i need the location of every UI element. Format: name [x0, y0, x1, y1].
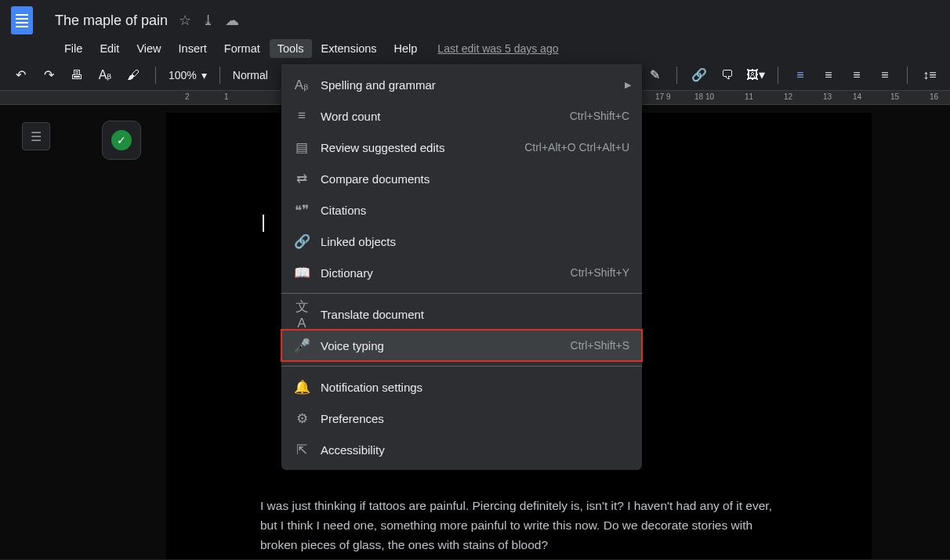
divider	[676, 67, 677, 84]
menu-item-label: Compare documents	[321, 172, 430, 186]
translate-document-icon: 文A	[294, 298, 310, 331]
align-center-icon[interactable]: ≡	[819, 66, 838, 85]
text-cursor	[263, 215, 264, 232]
spelling-and-grammar-icon: Aᵦ	[294, 77, 310, 93]
menu-item-label: Review suggested edits	[321, 141, 444, 154]
ruler-tick: 14	[853, 92, 861, 101]
outline-button[interactable]: ☰	[22, 122, 50, 150]
linked-objects-icon: 🔗	[294, 233, 310, 250]
menu-shortcut: Ctrl+Shift+Y	[571, 266, 629, 279]
ruler-tick: 12	[784, 92, 792, 101]
menu-format[interactable]: Format	[216, 39, 268, 58]
style-select[interactable]: Normal	[233, 69, 268, 81]
align-justify-icon[interactable]: ≡	[876, 66, 894, 85]
preferences-icon: ⚙	[294, 410, 310, 427]
paint-format-button[interactable]: 🖌	[124, 66, 143, 85]
tools-dropdown: AᵦSpelling and grammar▶≡Word countCtrl+S…	[281, 64, 642, 470]
ruler-tick: 16	[930, 92, 938, 101]
ruler-tick: 17	[655, 92, 664, 101]
star-icon[interactable]: ☆	[179, 12, 191, 29]
align-left-icon[interactable]: ≡	[791, 66, 810, 85]
ruler-tick: 18	[694, 92, 703, 101]
compare-documents-icon: ⇄	[294, 171, 310, 187]
menu-item-label: Preferences	[321, 412, 384, 425]
menu-shortcut: Ctrl+Shift+C	[570, 110, 629, 122]
spellcheck-button[interactable]: Aᵦ	[96, 66, 114, 85]
divider	[907, 67, 908, 84]
citations-icon: ❝❞	[294, 202, 310, 219]
docs-logo[interactable]	[6, 5, 38, 36]
divider	[155, 67, 156, 84]
comment-icon[interactable]: 🗨	[718, 66, 737, 85]
highlight-icon[interactable]: ✎	[645, 66, 664, 85]
menu-item-compare-documents[interactable]: ⇄Compare documents	[281, 163, 642, 194]
menu-extensions[interactable]: Extensions	[314, 39, 385, 58]
voice-typing-icon: 🎤	[294, 338, 310, 354]
notification-settings-icon: 🔔	[294, 379, 310, 396]
menu-item-preferences[interactable]: ⚙Preferences	[281, 403, 642, 434]
word-count-icon: ≡	[294, 108, 310, 124]
ruler-tick: 9	[666, 92, 671, 101]
menu-help[interactable]: Help	[386, 39, 426, 58]
menu-item-notification-settings[interactable]: 🔔Notification settings	[281, 371, 642, 403]
menubar: FileEditViewInsertFormatToolsExtensionsH…	[0, 38, 950, 60]
menu-edit[interactable]: Edit	[92, 39, 127, 58]
menu-item-label: Notification settings	[321, 381, 422, 394]
ruler-tick: 1	[224, 92, 229, 101]
menu-item-accessibility[interactable]: ⇱Accessibility	[281, 434, 642, 465]
menu-item-word-count[interactable]: ≡Word countCtrl+Shift+C	[281, 100, 642, 132]
redo-button[interactable]: ↷	[39, 66, 58, 85]
line-spacing-icon[interactable]: ↕≡	[920, 66, 939, 85]
ruler-tick: 2	[185, 92, 190, 101]
menu-separator	[281, 293, 642, 294]
image-icon[interactable]: 🖼▾	[746, 66, 765, 85]
menu-item-citations[interactable]: ❝❞Citations	[281, 194, 642, 226]
title-bar: The maple of pain ☆ ⤓ ☁	[0, 0, 950, 36]
link-icon[interactable]: 🔗	[690, 66, 709, 85]
menu-item-voice-typing[interactable]: 🎤Voice typingCtrl+Shift+S	[281, 330, 642, 361]
divider	[778, 67, 778, 84]
menu-item-dictionary[interactable]: 📖DictionaryCtrl+Shift+Y	[281, 257, 642, 288]
chevron-down-icon: ▾	[201, 69, 207, 81]
check-badge[interactable]: ✓	[102, 121, 141, 160]
menu-item-label: Spelling and grammar	[321, 78, 436, 92]
last-edit-link[interactable]: Last edit was 5 days ago	[437, 42, 558, 55]
align-right-icon[interactable]: ≡	[847, 66, 866, 85]
ruler-tick: 11	[745, 92, 753, 101]
accessibility-icon: ⇱	[294, 442, 310, 458]
move-icon[interactable]: ⤓	[202, 12, 214, 29]
chevron-right-icon: ▶	[625, 80, 631, 90]
undo-button[interactable]: ↶	[11, 66, 30, 85]
menu-item-label: Accessibility	[321, 443, 385, 457]
body-text[interactable]: I was just thinking if tattoos are painf…	[260, 497, 778, 555]
ruler-tick: 13	[823, 92, 832, 101]
menu-item-label: Dictionary	[321, 266, 373, 280]
menu-item-label: Citations	[321, 204, 366, 217]
menu-shortcut: Ctrl+Shift+S	[571, 339, 629, 352]
menu-item-linked-objects[interactable]: 🔗Linked objects	[281, 226, 642, 257]
menu-view[interactable]: View	[129, 39, 169, 58]
doc-title[interactable]: The maple of pain	[50, 11, 172, 31]
ruler-tick: 15	[890, 92, 899, 101]
menu-item-spelling-and-grammar[interactable]: AᵦSpelling and grammar▶	[281, 69, 642, 100]
menu-file[interactable]: File	[56, 39, 90, 58]
dictionary-icon: 📖	[294, 265, 310, 281]
print-button[interactable]: 🖶	[67, 66, 86, 85]
zoom-select[interactable]: 100% ▾	[169, 69, 207, 81]
menu-item-label: Voice typing	[321, 339, 384, 352]
menu-tools[interactable]: Tools	[270, 39, 312, 58]
cloud-icon[interactable]: ☁	[225, 12, 239, 29]
ruler-tick: 10	[705, 92, 714, 101]
menu-shortcut: Ctrl+Alt+O Ctrl+Alt+U	[524, 141, 629, 154]
menu-item-translate-document[interactable]: 文ATranslate document	[281, 298, 642, 330]
check-icon: ✓	[111, 130, 132, 150]
menu-separator	[281, 366, 642, 367]
divider	[219, 67, 220, 84]
review-suggested-edits-icon: ▤	[294, 139, 310, 156]
menu-item-review-suggested-edits[interactable]: ▤Review suggested editsCtrl+Alt+O Ctrl+A…	[281, 132, 642, 163]
menu-item-label: Word count	[321, 110, 380, 123]
menu-insert[interactable]: Insert	[171, 39, 215, 58]
menu-item-label: Translate document	[321, 308, 424, 321]
menu-item-label: Linked objects	[321, 235, 396, 248]
